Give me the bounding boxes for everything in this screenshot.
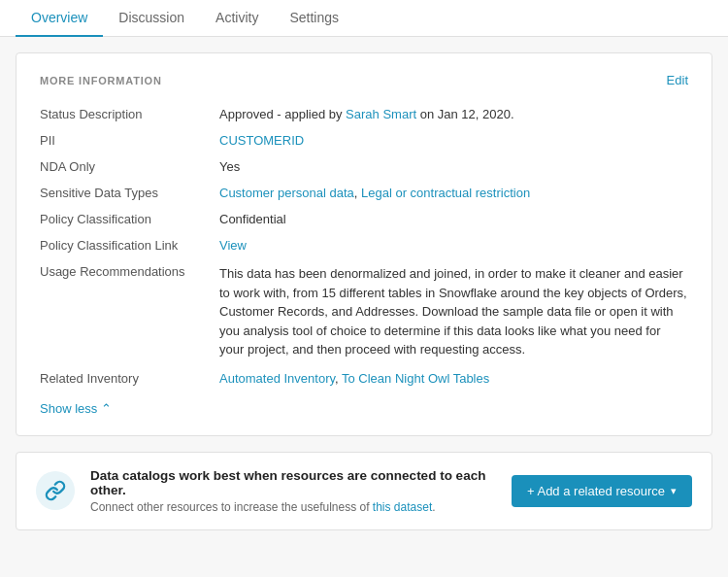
sensitive-link-2[interactable]: Legal or contractual restriction xyxy=(361,186,530,200)
field-value-inventory: Automated Inventory, To Clean Night Owl … xyxy=(219,365,688,392)
field-value-pii: CUSTOMERID xyxy=(219,127,688,153)
field-label-pii: PII xyxy=(40,127,219,153)
info-table: Status Description Approved - applied by… xyxy=(40,101,688,392)
banner-subtitle-before: Connect other resources to increase the … xyxy=(90,500,373,514)
field-label-status: Status Description xyxy=(40,101,219,127)
tab-activity[interactable]: Activity xyxy=(200,0,274,37)
related-resource-banner: Data catalogs work best when resources a… xyxy=(16,452,712,530)
add-resource-label: + Add a related resource xyxy=(527,484,665,498)
link-icon xyxy=(36,471,75,510)
add-related-resource-button[interactable]: + Add a related resource ▾ xyxy=(512,475,692,507)
banner-dataset-link[interactable]: this dataset xyxy=(373,500,432,514)
banner-text-area: Data catalogs work best when resources a… xyxy=(90,468,496,514)
field-label-nda: NDA Only xyxy=(40,153,219,180)
field-value-nda: Yes xyxy=(219,153,688,180)
main-content: MORE INFORMATION Edit Status Description… xyxy=(0,37,728,577)
field-value-status: Approved - applied by Sarah Smart on Jan… xyxy=(219,101,688,127)
field-value-policy-class: Confidential xyxy=(219,206,688,232)
field-label-policy-class: Policy Classification xyxy=(40,206,219,232)
add-resource-chevron-icon: ▾ xyxy=(671,485,677,497)
tab-settings[interactable]: Settings xyxy=(274,0,354,37)
tab-discussion[interactable]: Discussion xyxy=(103,0,200,37)
usage-text: This data has been denormalized and join… xyxy=(219,266,687,357)
table-row: Usage Recommendations This data has been… xyxy=(40,258,688,365)
inventory-link-2[interactable]: To Clean Night Owl Tables xyxy=(342,371,489,386)
pii-link[interactable]: CUSTOMERID xyxy=(219,133,304,148)
field-value-usage: This data has been denormalized and join… xyxy=(219,258,688,365)
inventory-separator: , xyxy=(335,371,342,386)
banner-subtitle-after: . xyxy=(432,500,435,514)
show-less-label: Show less xyxy=(40,401,97,416)
table-row: Status Description Approved - applied by… xyxy=(40,101,688,127)
field-value-policy-link: View xyxy=(219,232,688,258)
section-title: MORE INFORMATION xyxy=(40,75,162,86)
table-row: Related Inventory Automated Inventory, T… xyxy=(40,365,688,392)
tab-overview[interactable]: Overview xyxy=(16,0,103,37)
banner-title: Data catalogs work best when resources a… xyxy=(90,468,496,497)
table-row: PII CUSTOMERID xyxy=(40,127,688,153)
field-label-policy-link: Policy Classification Link xyxy=(40,232,219,258)
field-label-inventory: Related Inventory xyxy=(40,365,219,392)
edit-button[interactable]: Edit xyxy=(667,73,688,87)
field-label-usage: Usage Recommendations xyxy=(40,258,219,365)
status-date: on Jan 12, 2020. xyxy=(416,107,513,121)
field-label-sensitive: Sensitive Data Types xyxy=(40,180,219,206)
inventory-link-1[interactable]: Automated Inventory xyxy=(219,371,335,386)
sensitive-link-1[interactable]: Customer personal data xyxy=(219,186,354,200)
status-user-link[interactable]: Sarah Smart xyxy=(346,107,416,121)
field-value-sensitive: Customer personal data, Legal or contrac… xyxy=(219,180,688,206)
chevron-up-icon: ⌃ xyxy=(101,401,112,416)
sensitive-separator: , xyxy=(354,186,361,200)
table-row: NDA Only Yes xyxy=(40,153,688,180)
table-row: Policy Classification Link View xyxy=(40,232,688,258)
tab-bar: Overview Discussion Activity Settings xyxy=(0,0,728,37)
section-header: MORE INFORMATION Edit xyxy=(40,73,688,87)
status-plain: Approved - applied by xyxy=(219,107,346,121)
more-information-card: MORE INFORMATION Edit Status Description… xyxy=(16,52,712,436)
banner-subtitle: Connect other resources to increase the … xyxy=(90,500,496,514)
show-less-button[interactable]: Show less ⌃ xyxy=(40,401,112,416)
table-row: Sensitive Data Types Customer personal d… xyxy=(40,180,688,206)
policy-link[interactable]: View xyxy=(219,238,247,253)
table-row: Policy Classification Confidential xyxy=(40,206,688,232)
